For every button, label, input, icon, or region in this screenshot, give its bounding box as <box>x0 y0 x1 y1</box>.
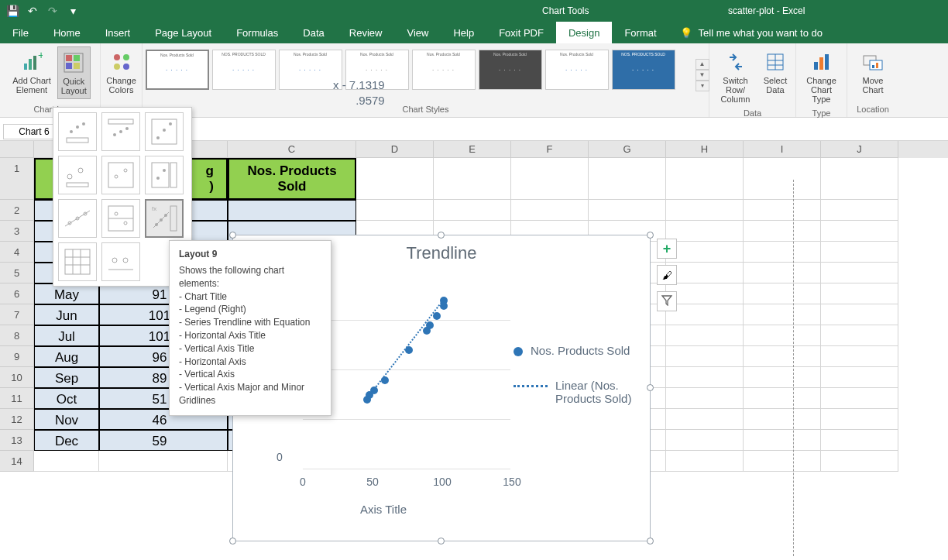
tab-foxit-pdf[interactable]: Foxit PDF <box>486 22 556 43</box>
layout-10[interactable] <box>58 242 97 281</box>
cell[interactable]: Dec <box>34 430 99 451</box>
layout-4[interactable] <box>58 156 97 194</box>
scroll-more-icon[interactable]: ▾ <box>696 81 709 91</box>
cell[interactable] <box>666 263 744 283</box>
tab-view[interactable]: View <box>394 22 441 43</box>
cell[interactable]: Nov <box>34 409 99 430</box>
cell[interactable] <box>666 430 744 451</box>
cell[interactable] <box>821 200 898 221</box>
cell[interactable]: Jun <box>34 304 99 325</box>
tab-data[interactable]: Data <box>290 22 336 43</box>
move-chart-button[interactable]: Move Chart <box>857 46 888 98</box>
cell[interactable]: Jul <box>34 325 99 346</box>
cell[interactable] <box>821 430 898 451</box>
cell[interactable] <box>744 430 821 451</box>
cell[interactable] <box>821 346 898 367</box>
tab-insert[interactable]: Insert <box>93 22 143 43</box>
row-head[interactable]: 5 <box>0 263 34 283</box>
cell[interactable] <box>666 200 744 221</box>
scroll-down-icon[interactable]: ▼ <box>696 70 709 81</box>
tell-me-search[interactable]: 💡 Tell me what you want to do <box>669 22 833 43</box>
cell[interactable] <box>434 158 511 200</box>
row-head[interactable]: 3 <box>0 221 34 242</box>
cell[interactable] <box>821 304 898 325</box>
cell[interactable] <box>34 451 99 472</box>
row-head[interactable]: 12 <box>0 409 34 430</box>
x-axis-title[interactable]: Axis Title <box>360 503 407 516</box>
cell[interactable] <box>228 200 356 221</box>
chart-style-7[interactable]: Nos. Products Sold· · · · · <box>545 50 609 90</box>
cell[interactable] <box>821 388 898 409</box>
row-head[interactable]: 8 <box>0 325 34 346</box>
col-head-j[interactable]: J <box>821 141 898 158</box>
cell[interactable] <box>356 200 434 221</box>
tab-page-layout[interactable]: Page Layout <box>143 22 224 43</box>
cell[interactable]: Oct <box>34 388 99 409</box>
col-head-d[interactable]: D <box>356 141 434 158</box>
cell[interactable] <box>744 325 821 346</box>
cell[interactable] <box>821 451 898 472</box>
change-colors-button[interactable]: Change Colors <box>103 46 139 98</box>
cell[interactable] <box>99 451 228 472</box>
layout-1[interactable] <box>58 112 97 151</box>
cell[interactable] <box>744 158 821 200</box>
cell[interactable]: Sep <box>34 367 99 388</box>
chart-style-2[interactable]: NOS. PRODUCTS SOLD· · · · · <box>212 50 276 90</box>
tab-design[interactable]: Design <box>556 22 612 43</box>
styles-scrollbar[interactable]: ▲ ▼ ▾ <box>696 46 709 103</box>
cell[interactable] <box>666 221 744 242</box>
col-head-f[interactable]: F <box>511 141 589 158</box>
col-head-c[interactable]: C <box>228 141 356 158</box>
col-head-i[interactable]: I <box>744 141 821 158</box>
chart-style-5[interactable]: Nos. Products Sold· · · · · <box>412 50 476 90</box>
undo-icon[interactable]: ↶ <box>26 5 39 17</box>
switch-row-column-button[interactable]: Switch Row/ Column <box>714 46 757 107</box>
layout-3[interactable] <box>145 112 184 151</box>
cell[interactable] <box>821 242 898 263</box>
add-chart-element-button[interactable]: + Add Chart Element <box>9 46 54 98</box>
cell[interactable] <box>666 388 744 409</box>
row-head[interactable]: 11 <box>0 388 34 409</box>
cell[interactable] <box>666 409 744 430</box>
cell[interactable] <box>511 158 589 200</box>
chart-filters-button[interactable] <box>657 291 677 311</box>
cell[interactable] <box>744 367 821 388</box>
legend-series-1[interactable]: Nos. Products Sold <box>514 344 637 357</box>
cell[interactable] <box>744 304 821 325</box>
tab-file[interactable]: File <box>0 22 41 43</box>
change-chart-type-button[interactable]: Change Chart Type <box>801 46 842 107</box>
row-head[interactable]: 13 <box>0 430 34 451</box>
cell[interactable] <box>589 200 666 221</box>
cell[interactable] <box>821 221 898 242</box>
chart-style-1[interactable]: Nos. Products Sold· · · · · <box>146 50 209 90</box>
chart-style-8[interactable]: NOS. PRODUCTS SOLD· · · · · <box>612 50 675 90</box>
cell[interactable] <box>666 451 744 472</box>
chart-styles-gallery[interactable]: Nos. Products Sold· · · · · NOS. PRODUCT… <box>143 46 692 103</box>
redo-icon[interactable]: ↷ <box>46 5 59 17</box>
row-head[interactable]: 9 <box>0 346 34 367</box>
cell[interactable] <box>666 367 744 388</box>
legend-trendline[interactable]: Linear (Nos. Products Sold) <box>514 379 637 405</box>
layout-7[interactable] <box>58 199 97 238</box>
layout-9[interactable]: fx <box>145 199 184 238</box>
layout-2[interactable] <box>101 112 140 151</box>
cell[interactable] <box>744 200 821 221</box>
cell[interactable] <box>744 346 821 367</box>
cell[interactable] <box>666 242 744 263</box>
chart-styles-button[interactable]: 🖌 <box>657 265 677 285</box>
cell[interactable] <box>666 346 744 367</box>
cell[interactable] <box>589 158 666 200</box>
cell[interactable] <box>744 451 821 472</box>
row-head[interactable]: 10 <box>0 367 34 388</box>
cell[interactable]: Nos. ProductsSold <box>228 158 356 200</box>
layout-5[interactable] <box>101 156 140 194</box>
cell[interactable] <box>744 221 821 242</box>
row-head[interactable]: 2 <box>0 200 34 221</box>
tab-home[interactable]: Home <box>41 22 93 43</box>
data-point[interactable] <box>426 321 434 329</box>
trendline-equation[interactable]: x - 7.1319 .9579 <box>333 77 385 108</box>
cell[interactable] <box>666 283 744 304</box>
cell[interactable] <box>434 200 511 221</box>
tab-help[interactable]: Help <box>441 22 486 43</box>
cell[interactable] <box>821 367 898 388</box>
